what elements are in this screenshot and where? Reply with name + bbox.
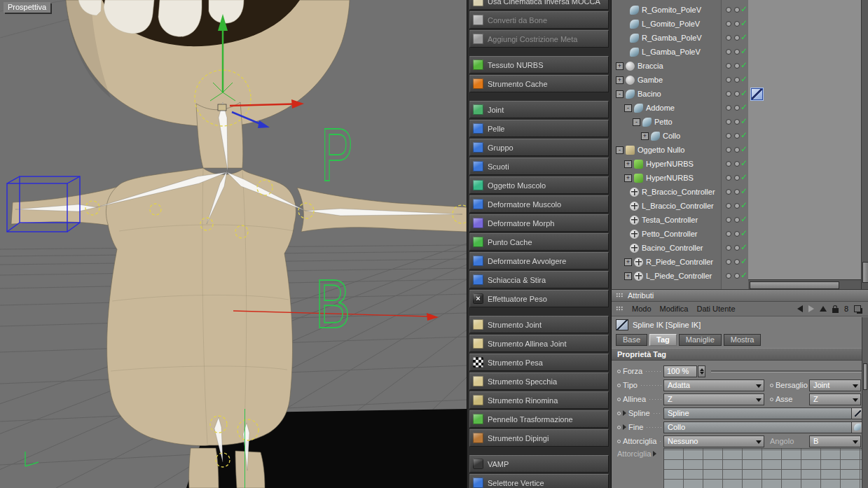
- tab-mostra[interactable]: Mostra: [724, 334, 762, 346]
- collapse-icon[interactable]: -: [633, 118, 640, 126]
- collapse-icon[interactable]: -: [616, 146, 624, 154]
- enabled-check-icon[interactable]: ✓: [740, 228, 748, 238]
- anim-dot[interactable]: [617, 426, 621, 429]
- enabled-check-icon[interactable]: ✓: [740, 256, 748, 266]
- render-visibility-dot[interactable]: [734, 91, 740, 97]
- object-row-bacino[interactable]: -Bacino✓: [612, 87, 861, 101]
- palette-button-schiaccia-stira[interactable]: Schiaccia & Stira: [469, 271, 609, 288]
- editor-visibility-dot[interactable]: [726, 91, 731, 97]
- angolo-dropdown[interactable]: B: [809, 435, 861, 447]
- enabled-check-icon[interactable]: ✓: [740, 186, 748, 196]
- neck[interactable]: [196, 102, 243, 168]
- link-count[interactable]: 8: [844, 305, 848, 313]
- object-name[interactable]: Collo: [663, 132, 680, 140]
- expand-icon[interactable]: +: [624, 272, 632, 280]
- enabled-check-icon[interactable]: ✓: [740, 158, 748, 168]
- editor-visibility-dot[interactable]: [726, 7, 731, 13]
- object-row-l-gomito-polev[interactable]: L_Gomito_PoleV✓: [612, 17, 861, 31]
- spline-text-b[interactable]: B: [315, 265, 350, 342]
- object-name[interactable]: Oggetto Nullo: [638, 146, 684, 154]
- object-name[interactable]: L_Gomito_PoleV: [642, 20, 700, 28]
- render-visibility-dot[interactable]: [734, 77, 740, 83]
- palette-button-strumento-pesa[interactable]: Strumento Pesa: [469, 354, 609, 371]
- render-visibility-dot[interactable]: [734, 203, 740, 209]
- object-name[interactable]: Bacino_Controller: [642, 244, 703, 252]
- enabled-check-icon[interactable]: ✓: [740, 60, 748, 70]
- palette-button-selettore-vertice[interactable]: Selettore Vertice: [469, 474, 609, 488]
- object-name[interactable]: R_Piede_Controller: [646, 258, 713, 266]
- render-visibility-dot[interactable]: [734, 245, 740, 251]
- render-visibility-dot[interactable]: [734, 21, 740, 27]
- object-manager-vertical-scrollbar[interactable]: [861, 0, 868, 289]
- palette-button-converti-da-bone[interactable]: Converti da Bone: [469, 11, 609, 29]
- lock-icon[interactable]: [832, 308, 839, 313]
- menu-modifica[interactable]: Modifica: [660, 305, 689, 313]
- expand-icon[interactable]: +: [624, 174, 632, 182]
- enabled-check-icon[interactable]: ✓: [740, 32, 748, 42]
- palette-button-punto-cache[interactable]: Punto Cache: [469, 233, 609, 251]
- history-back-icon[interactable]: [797, 305, 803, 312]
- scrollbar-thumb[interactable]: [750, 281, 839, 289]
- object-row-r-gamba-polev[interactable]: R_Gamba_PoleV✓: [612, 31, 861, 45]
- object-row-gambe[interactable]: +Gambe✓: [612, 73, 861, 87]
- object-row-addome[interactable]: -Addome✓: [612, 101, 861, 115]
- collapse-icon[interactable]: -: [624, 104, 632, 112]
- object-row-bacino-controller[interactable]: Bacino_Controller✓: [612, 241, 861, 255]
- editor-visibility-dot[interactable]: [726, 259, 731, 265]
- viewport-camera-label[interactable]: Prospettiva: [4, 2, 50, 13]
- palette-button-strumento-specchia[interactable]: Strumento Specchia: [469, 372, 609, 390]
- fine-link-field[interactable]: Collo: [663, 421, 864, 433]
- enabled-check-icon[interactable]: ✓: [740, 18, 748, 28]
- editor-visibility-dot[interactable]: [726, 77, 731, 83]
- enabled-check-icon[interactable]: ✓: [740, 144, 748, 154]
- expand-arrow-icon[interactable]: [653, 451, 656, 456]
- editor-visibility-dot[interactable]: [726, 133, 731, 139]
- right-leg[interactable]: [235, 451, 265, 488]
- enabled-check-icon[interactable]: ✓: [740, 242, 748, 252]
- tab-tag[interactable]: Tag: [649, 334, 677, 346]
- object-row-petto[interactable]: -Petto✓: [612, 115, 861, 129]
- twist-ramp-grid[interactable]: [663, 448, 868, 488]
- expand-icon[interactable]: +: [616, 76, 624, 84]
- render-visibility-dot[interactable]: [734, 147, 740, 153]
- editor-visibility-dot[interactable]: [726, 217, 731, 223]
- palette-button-scuoti[interactable]: Scuoti: [469, 158, 609, 175]
- object-row-testa-controller[interactable]: Testa_Controller✓: [612, 213, 861, 227]
- anim-dot[interactable]: [617, 412, 621, 415]
- anim-dot[interactable]: [617, 370, 621, 373]
- render-visibility-dot[interactable]: [734, 119, 740, 125]
- palette-button-effettuatore-peso[interactable]: ×Effettuatore Peso: [469, 290, 609, 307]
- object-name[interactable]: Bacino: [638, 90, 661, 98]
- pivot-box[interactable]: [218, 104, 226, 111]
- render-visibility-dot[interactable]: [734, 35, 740, 41]
- enabled-check-icon[interactable]: ✓: [740, 270, 748, 280]
- palette-button-oggetto-muscolo[interactable]: Oggetto Muscolo: [469, 176, 609, 194]
- palette-button-gruppo[interactable]: Gruppo: [469, 139, 609, 156]
- enabled-check-icon[interactable]: ✓: [740, 46, 748, 56]
- palette-button-strumento-cache[interactable]: Strumento Cache: [469, 75, 609, 92]
- palette-button-deformatore-muscolo[interactable]: Deformatore Muscolo: [469, 195, 609, 213]
- object-name[interactable]: Petto: [654, 118, 673, 126]
- palette-button-strumento-rinomina[interactable]: Strumento Rinomina: [469, 391, 609, 409]
- editor-visibility-dot[interactable]: [726, 189, 731, 195]
- object-row-r-gomito-polev[interactable]: R_Gomito_PoleV✓: [612, 3, 861, 17]
- render-visibility-dot[interactable]: [734, 161, 740, 167]
- forza-stepper[interactable]: [698, 365, 705, 377]
- object-row-r-braccio-controller[interactable]: R_Braccio_Controller✓: [612, 185, 861, 199]
- render-visibility-dot[interactable]: [734, 217, 740, 223]
- render-visibility-dot[interactable]: [734, 49, 740, 55]
- editor-visibility-dot[interactable]: [726, 161, 731, 167]
- palette-button-deformatore-morph[interactable]: Deformatore Morph: [469, 214, 609, 232]
- section-header[interactable]: Proprietà Tag: [612, 348, 868, 361]
- spline-link-field[interactable]: Spline: [663, 407, 864, 419]
- object-row-oggetto-nullo[interactable]: -Oggetto Nullo✓: [612, 143, 861, 157]
- object-name[interactable]: Petto_Controller: [642, 230, 698, 238]
- left-leg[interactable]: [189, 448, 219, 488]
- render-visibility-dot[interactable]: [734, 7, 740, 13]
- anim-dot[interactable]: [770, 398, 773, 401]
- render-visibility-dot[interactable]: [734, 189, 740, 195]
- allinea-dropdown[interactable]: Z: [663, 393, 764, 405]
- editor-visibility-dot[interactable]: [726, 273, 731, 279]
- object-manager-horizontal-scrollbar[interactable]: [748, 279, 861, 289]
- tab-maniglie[interactable]: Maniglie: [679, 334, 722, 346]
